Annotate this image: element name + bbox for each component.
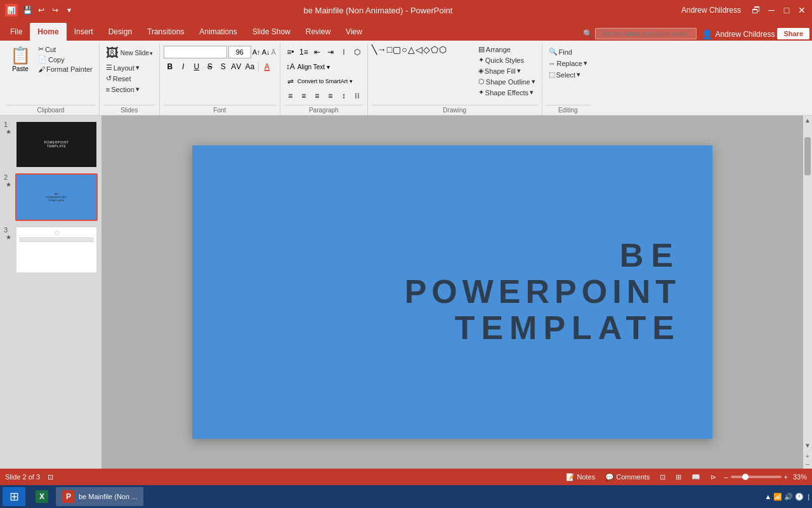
arrange-button[interactable]: ▤ Arrange — [476, 44, 538, 54]
search-input[interactable] — [595, 28, 697, 39]
shape-diamond[interactable]: ◇ — [423, 44, 430, 55]
font-size-increase[interactable]: A↑ — [252, 48, 261, 56]
slide-thumb-3[interactable]: ⬡ — [15, 226, 98, 274]
tab-slideshow[interactable]: Slide Show — [245, 23, 298, 41]
text-direction-button[interactable]: ↕A — [284, 60, 297, 73]
section-button[interactable]: ≡ Section ▾ — [103, 84, 155, 94]
italic-button[interactable]: I — [177, 60, 190, 73]
save-btn[interactable]: 💾 — [22, 4, 33, 16]
text-shadow-button[interactable]: S — [217, 60, 230, 73]
shape-line[interactable]: ╲ — [372, 44, 377, 55]
scroll-up-btn[interactable]: ▲ — [803, 116, 812, 124]
replace-button[interactable]: ↔ Replace ▾ — [546, 58, 590, 68]
notes-btn[interactable]: 📝 Notes — [563, 473, 598, 481]
slide-fit-btn[interactable]: ⊡ — [45, 473, 56, 481]
shape-rounded-rect[interactable]: ▢ — [393, 44, 401, 55]
shape-pentagon[interactable]: ⬠ — [431, 44, 438, 55]
ribbon-search[interactable]: 🔍 — [583, 28, 697, 39]
reset-button[interactable]: ↺ Reset — [103, 74, 155, 83]
tab-design[interactable]: Design — [101, 23, 140, 41]
taskbar-powerpoint[interactable]: P be Mainfile (Non ... — [56, 487, 143, 506]
numbering-button[interactable]: 1≡ — [298, 46, 310, 58]
reading-view-btn[interactable]: 📖 — [689, 473, 703, 481]
zoom-slider[interactable]: – + — [724, 473, 788, 481]
minimize-btn[interactable]: ─ — [766, 5, 776, 15]
tab-home[interactable]: Home — [30, 23, 66, 41]
format-painter-button[interactable]: 🖌 Format Painter — [36, 65, 95, 74]
smartart-button[interactable]: ⬡ — [351, 46, 363, 58]
close-btn[interactable]: ✕ — [797, 5, 807, 15]
select-button[interactable]: ⬚ Select ▾ — [546, 70, 590, 79]
align-center-button[interactable]: ≡ — [298, 90, 310, 102]
undo-btn[interactable]: ↩ — [36, 4, 47, 16]
align-right-button[interactable]: ≡ — [311, 90, 324, 102]
slide-canvas[interactable]: BE POWERPOINT TEMPLATE — [192, 145, 712, 439]
redo-btn[interactable]: ↪ — [49, 4, 61, 16]
comments-btn[interactable]: 💬 Comments — [603, 473, 652, 481]
layout-button[interactable]: ☰ Layout ▾ — [103, 63, 155, 72]
zoom-in-btn[interactable]: + — [806, 453, 809, 460]
align-text-button[interactable]: Align Text ▾ — [298, 64, 330, 70]
align-left-button[interactable]: ≡ — [284, 90, 297, 102]
zoom-bar[interactable] — [731, 476, 782, 478]
normal-view-btn[interactable]: ⊡ — [657, 473, 668, 481]
slide-item-2[interactable]: 2 ★ BEPOWERPOINTTEMPLATE — [4, 173, 98, 221]
tab-insert[interactable]: Insert — [67, 23, 101, 41]
font-size-decrease[interactable]: A↓ — [262, 48, 270, 56]
char-spacing-button[interactable]: AV — [230, 60, 243, 73]
zoom-out-btn[interactable]: – — [806, 460, 809, 467]
present-btn[interactable]: ⊳ — [708, 473, 719, 481]
justify-button[interactable]: ≡ — [324, 90, 337, 102]
font-name-input[interactable] — [164, 46, 227, 58]
maximize-btn[interactable]: □ — [782, 5, 792, 15]
zoom-knob[interactable] — [742, 474, 749, 480]
show-desktop-btn[interactable]: | — [808, 493, 809, 500]
start-button[interactable]: ⊞ — [3, 487, 25, 506]
convert-smartart-button[interactable]: ⇌ — [284, 75, 297, 88]
underline-button[interactable]: U — [190, 60, 203, 73]
bullets-button[interactable]: ≡• — [284, 46, 297, 58]
line-spacing-button[interactable]: ↕ — [337, 90, 350, 102]
tab-view[interactable]: View — [338, 23, 370, 41]
change-case-button[interactable]: Aa — [244, 60, 256, 73]
new-slide-button[interactable]: 🖼 New Slide ▾ — [103, 44, 155, 62]
shape-rtriangle[interactable]: ◁ — [416, 44, 422, 55]
font-color-button[interactable]: A — [261, 60, 273, 73]
scroll-thumb[interactable] — [804, 137, 811, 175]
slide-sorter-btn[interactable]: ⊞ — [673, 473, 684, 481]
quick-styles-button[interactable]: ✦ Quick Styles — [476, 55, 538, 65]
vertical-scrollbar[interactable]: ▲ ▼ + – — [803, 116, 812, 469]
slide-item-3[interactable]: 3 ★ ⬡ — [4, 226, 98, 274]
font-size-input[interactable] — [228, 46, 251, 58]
shape-arrow[interactable]: → — [377, 44, 386, 55]
bold-button[interactable]: B — [164, 60, 176, 73]
cut-button[interactable]: ✂ Cut — [36, 44, 95, 54]
slide-item-1[interactable]: 1 ★ POWERPOINTTEMPLATE — [4, 121, 98, 168]
tab-animations[interactable]: Animations — [192, 23, 244, 41]
paste-button[interactable]: 📋 Paste — [6, 44, 34, 74]
zoom-in-status[interactable]: + — [784, 473, 788, 481]
shape-hexagon[interactable]: ⬡ — [439, 44, 447, 55]
scroll-down-btn[interactable]: ▼ — [803, 441, 812, 450]
copy-button[interactable]: 📄 Copy — [36, 55, 95, 64]
tab-file[interactable]: File — [3, 23, 30, 41]
shape-rect[interactable]: □ — [387, 44, 392, 55]
shape-outline-button[interactable]: ⬡ Shape Outline ▾ — [476, 77, 538, 86]
restore-btn[interactable]: 🗗 — [751, 5, 761, 15]
clear-formatting[interactable]: Ā — [271, 48, 275, 56]
columns-button[interactable]: ⁞ — [337, 46, 350, 58]
convert-label[interactable]: Convert to SmartArt ▾ — [298, 78, 353, 84]
columns2-button[interactable]: ⁞⁞ — [351, 90, 363, 102]
shape-oval[interactable]: ○ — [402, 44, 407, 55]
zoom-out-status[interactable]: – — [724, 473, 728, 481]
find-button[interactable]: 🔍 Find — [546, 47, 590, 57]
tab-transitions[interactable]: Transitions — [140, 23, 192, 41]
slide-thumb-2[interactable]: BEPOWERPOINTTEMPLATE — [15, 173, 98, 221]
decrease-indent-button[interactable]: ⇤ — [311, 46, 324, 58]
shape-effects-button[interactable]: ✦ Shape Effects ▾ — [476, 88, 538, 97]
slide-thumb-1[interactable]: POWERPOINTTEMPLATE — [15, 121, 98, 168]
taskbar-excel[interactable]: X — [29, 487, 55, 506]
tab-review[interactable]: Review — [298, 23, 338, 41]
strikethrough-button[interactable]: S — [204, 60, 216, 73]
increase-indent-button[interactable]: ⇥ — [324, 46, 337, 58]
